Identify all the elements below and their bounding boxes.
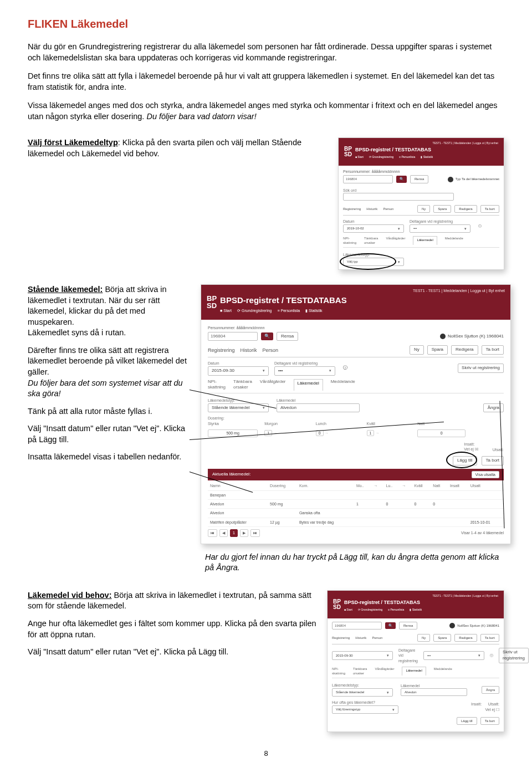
search-button-big[interactable]: 🔍 bbox=[261, 332, 273, 341]
skrivut-button-sm3[interactable]: Skriv ut registrering bbox=[499, 648, 529, 663]
tabort2-button[interactable]: Ta bort bbox=[482, 456, 504, 465]
staende-paragraph-1: Stående läkemedel: Börja att skriva in l… bbox=[28, 284, 188, 339]
behov-paragraph-3: Välj "Insatt datum" eller rutan "Vet ej"… bbox=[28, 647, 317, 658]
rensa-button-big[interactable]: Rensa bbox=[277, 332, 298, 341]
tabort-button-sm3[interactable]: Ta bort bbox=[480, 717, 499, 725]
rensa-button-sm3[interactable]: Rensa bbox=[399, 622, 417, 630]
table-row: Matrifen depotplåster12 µgBytes var tred… bbox=[208, 518, 504, 526]
staende-paragraph-5: Insatta läkemedel visas i tabellen nedan… bbox=[28, 452, 188, 463]
skrivut-button[interactable]: Skriv ut registrering bbox=[458, 364, 504, 373]
angra-button[interactable]: Ångra bbox=[483, 403, 504, 413]
behov-paragraph-2: Ange hur ofta läkemedlet ges i fältet so… bbox=[28, 618, 317, 640]
lakemedel-input[interactable]: Alvedon bbox=[277, 403, 360, 413]
spara-button-big[interactable]: Spara bbox=[427, 345, 448, 355]
laggtill-button-sm3[interactable]: Lägg till bbox=[457, 717, 477, 725]
postnote: Har du gjort fel innan du har tryckt på … bbox=[205, 552, 504, 574]
rensa-button[interactable]: Rensa bbox=[410, 175, 428, 183]
page-number: 8 bbox=[28, 749, 504, 759]
laggtill-button[interactable]: Lägg till bbox=[453, 456, 477, 465]
table-row: Alvedon500 mg1000 bbox=[208, 499, 504, 508]
lunch-input[interactable]: 0 bbox=[316, 430, 324, 436]
kvall-input[interactable]: 1 bbox=[367, 430, 375, 436]
ny-button[interactable]: Ny bbox=[417, 205, 430, 213]
intro-paragraph-1: När du gör en Grundregistrering registre… bbox=[28, 42, 504, 63]
table-row: AlvedonGanska ofta bbox=[208, 509, 504, 518]
tabort-button-big[interactable]: Ta bort bbox=[482, 345, 504, 355]
staende-paragraph-4: Välj "Insatt datum" eller rutan "Vet ej"… bbox=[28, 423, 188, 445]
lakemedel-input-sm3[interactable]: Alvedon bbox=[401, 688, 467, 696]
page-title: FLIKEN Läkemedel bbox=[28, 17, 504, 32]
screenshot-lakemedeltyp: TEST1 - TEST1 | Meddelanden | Logga ut |… bbox=[338, 137, 504, 270]
visa-utsatta-button[interactable]: Visa utsatta bbox=[472, 471, 499, 478]
deltagare-select[interactable]: •••▾ bbox=[410, 224, 470, 233]
behov-paragraph-1: Läkemedel vid behov: Börja att skriva in… bbox=[28, 590, 317, 612]
lakemedelstyp-select[interactable]: Välj typ▾ bbox=[343, 258, 404, 266]
datum-select[interactable]: 2019-10-02▾ bbox=[343, 224, 404, 233]
personnr-input-sm3[interactable]: 196804 bbox=[332, 622, 382, 630]
styrka-input[interactable]: 500 mg bbox=[208, 429, 258, 437]
tabort-button[interactable]: Ta bort bbox=[480, 205, 499, 213]
morgon-input[interactable]: 1 bbox=[264, 430, 272, 436]
ny-button-big[interactable]: Ny bbox=[410, 345, 424, 355]
personnr-input[interactable]: 196804 bbox=[343, 175, 393, 183]
search-button[interactable]: 🔍 bbox=[396, 176, 407, 182]
step1-paragraph: Välj först Läkemedeltyp: Klicka på den s… bbox=[28, 137, 328, 159]
lakemedel-table: NamnDoseringKom. Mo..→Lu..→ KvällNatt In… bbox=[208, 482, 504, 527]
deltagare-select-sm3[interactable]: •••▾ bbox=[423, 651, 484, 659]
angra-button-sm3[interactable]: Ångra bbox=[482, 686, 499, 694]
screenshot-vidbehov: TEST1 - TEST1 | Meddelanden | Logga ut |… bbox=[327, 590, 504, 732]
redigera-button-big[interactable]: Redigera bbox=[451, 345, 478, 355]
spara-button[interactable]: Spara bbox=[433, 205, 451, 213]
datum-select-sm3[interactable]: 2015-09-30▾ bbox=[332, 651, 393, 659]
lakemedelstyp-select-sm3[interactable]: Stående läkemedel▾ bbox=[332, 688, 393, 697]
table-row: Benepan bbox=[208, 490, 504, 499]
redigera-button[interactable]: Redigera bbox=[454, 205, 477, 213]
deltagare-select-big[interactable]: •••▾ bbox=[274, 366, 335, 376]
intro-paragraph-3: Vissa läkemedel anges med dos och styrka… bbox=[28, 100, 504, 122]
personnr-input-big[interactable]: 196804 bbox=[208, 332, 258, 341]
natt-input[interactable]: 0 bbox=[417, 429, 466, 437]
hurofta-select[interactable]: Välj föreningstyp▾ bbox=[332, 705, 398, 714]
intro-paragraph-2: Det finns tre olika sätt att fylla i läk… bbox=[28, 71, 504, 93]
search-button-sm3[interactable]: 🔍 bbox=[385, 622, 396, 629]
staende-paragraph-3: Tänk på att alla rutor måste fyllas i. bbox=[28, 406, 188, 417]
lakemedelstyp-select-big[interactable]: Stående läkemedel▾ bbox=[208, 403, 269, 413]
screenshot-staende: TEST1 - TEST1 | Meddelanden | Logga ut |… bbox=[201, 284, 511, 544]
datum-select-big[interactable]: 2015-09-30▾ bbox=[208, 366, 269, 376]
staende-paragraph-2: Därefter finns tre olika sätt att regist… bbox=[28, 345, 188, 400]
